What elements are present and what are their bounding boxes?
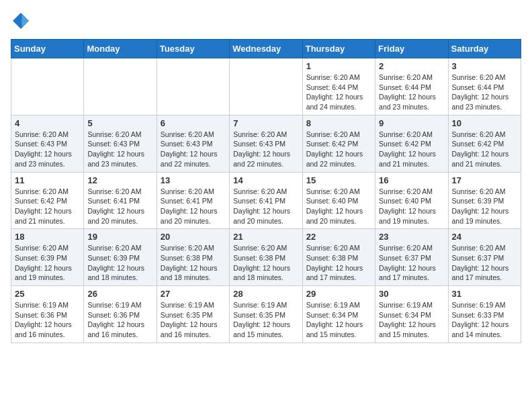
calendar-week-row: 4Sunrise: 6:20 AM Sunset: 6:43 PM Daylig… — [11, 115, 521, 172]
calendar-cell: 5Sunrise: 6:20 AM Sunset: 6:43 PM Daylig… — [84, 115, 157, 172]
day-number: 1 — [306, 61, 371, 71]
day-number: 13 — [161, 175, 226, 185]
day-number: 29 — [306, 289, 371, 299]
day-number: 20 — [161, 232, 226, 242]
calendar-cell: 9Sunrise: 6:20 AM Sunset: 6:42 PM Daylig… — [375, 115, 448, 172]
day-number: 30 — [379, 289, 444, 299]
calendar-cell — [157, 58, 229, 116]
day-info: Sunrise: 6:20 AM Sunset: 6:44 PM Dayligh… — [306, 73, 371, 112]
calendar-cell: 11Sunrise: 6:20 AM Sunset: 6:42 PM Dayli… — [11, 172, 84, 229]
day-info: Sunrise: 6:19 AM Sunset: 6:35 PM Dayligh… — [161, 300, 226, 340]
calendar-cell: 15Sunrise: 6:20 AM Sunset: 6:40 PM Dayli… — [302, 172, 375, 229]
weekday-header-saturday: Saturday — [448, 40, 521, 58]
calendar-cell — [84, 58, 157, 116]
calendar-cell: 23Sunrise: 6:20 AM Sunset: 6:37 PM Dayli… — [375, 229, 448, 286]
day-info: Sunrise: 6:20 AM Sunset: 6:39 PM Dayligh… — [15, 243, 80, 283]
day-info: Sunrise: 6:20 AM Sunset: 6:38 PM Dayligh… — [233, 243, 298, 283]
day-number: 26 — [87, 289, 152, 299]
day-info: Sunrise: 6:19 AM Sunset: 6:33 PM Dayligh… — [452, 300, 517, 340]
day-info: Sunrise: 6:20 AM Sunset: 6:39 PM Dayligh… — [87, 243, 152, 283]
day-number: 17 — [452, 175, 517, 185]
day-info: Sunrise: 6:19 AM Sunset: 6:34 PM Dayligh… — [379, 300, 444, 340]
day-number: 18 — [15, 232, 80, 242]
day-info: Sunrise: 6:20 AM Sunset: 6:43 PM Dayligh… — [233, 130, 298, 169]
day-info: Sunrise: 6:20 AM Sunset: 6:40 PM Dayligh… — [306, 187, 371, 226]
day-info: Sunrise: 6:20 AM Sunset: 6:37 PM Dayligh… — [452, 243, 517, 283]
calendar-cell: 17Sunrise: 6:20 AM Sunset: 6:39 PM Dayli… — [448, 172, 521, 229]
day-info: Sunrise: 6:20 AM Sunset: 6:43 PM Dayligh… — [15, 130, 80, 169]
calendar-cell: 22Sunrise: 6:20 AM Sunset: 6:38 PM Dayli… — [302, 229, 375, 286]
calendar-week-row: 1Sunrise: 6:20 AM Sunset: 6:44 PM Daylig… — [11, 58, 521, 116]
day-number: 24 — [452, 232, 517, 242]
day-number: 11 — [15, 175, 80, 185]
day-number: 2 — [379, 61, 444, 71]
calendar-cell: 12Sunrise: 6:20 AM Sunset: 6:41 PM Dayli… — [84, 172, 157, 229]
calendar-cell: 28Sunrise: 6:19 AM Sunset: 6:35 PM Dayli… — [230, 286, 302, 343]
weekday-header-tuesday: Tuesday — [157, 40, 229, 58]
day-info: Sunrise: 6:20 AM Sunset: 6:44 PM Dayligh… — [452, 73, 517, 112]
day-number: 10 — [452, 118, 517, 128]
day-info: Sunrise: 6:20 AM Sunset: 6:43 PM Dayligh… — [161, 130, 226, 169]
day-info: Sunrise: 6:20 AM Sunset: 6:41 PM Dayligh… — [161, 187, 226, 226]
day-info: Sunrise: 6:19 AM Sunset: 6:36 PM Dayligh… — [87, 300, 152, 340]
calendar-cell: 10Sunrise: 6:20 AM Sunset: 6:42 PM Dayli… — [448, 115, 521, 172]
day-info: Sunrise: 6:20 AM Sunset: 6:38 PM Dayligh… — [306, 243, 371, 283]
day-number: 28 — [233, 289, 298, 299]
day-info: Sunrise: 6:20 AM Sunset: 6:41 PM Dayligh… — [87, 187, 152, 226]
calendar-cell: 20Sunrise: 6:20 AM Sunset: 6:38 PM Dayli… — [157, 229, 229, 286]
day-number: 23 — [379, 232, 444, 242]
calendar-cell: 30Sunrise: 6:19 AM Sunset: 6:34 PM Dayli… — [375, 286, 448, 343]
day-info: Sunrise: 6:20 AM Sunset: 6:44 PM Dayligh… — [379, 73, 444, 112]
calendar-cell: 1Sunrise: 6:20 AM Sunset: 6:44 PM Daylig… — [302, 58, 375, 116]
calendar-cell: 7Sunrise: 6:20 AM Sunset: 6:43 PM Daylig… — [230, 115, 302, 172]
calendar-cell: 3Sunrise: 6:20 AM Sunset: 6:44 PM Daylig… — [448, 58, 521, 116]
calendar-cell: 13Sunrise: 6:20 AM Sunset: 6:41 PM Dayli… — [157, 172, 229, 229]
day-info: Sunrise: 6:20 AM Sunset: 6:39 PM Dayligh… — [452, 187, 517, 226]
day-info: Sunrise: 6:20 AM Sunset: 6:42 PM Dayligh… — [15, 187, 80, 226]
calendar-cell: 18Sunrise: 6:20 AM Sunset: 6:39 PM Dayli… — [11, 229, 84, 286]
weekday-header-sunday: Sunday — [11, 40, 84, 58]
day-number: 15 — [306, 175, 371, 185]
weekday-header-monday: Monday — [84, 40, 157, 58]
calendar-cell: 8Sunrise: 6:20 AM Sunset: 6:42 PM Daylig… — [302, 115, 375, 172]
day-info: Sunrise: 6:20 AM Sunset: 6:43 PM Dayligh… — [87, 130, 152, 169]
calendar-cell: 25Sunrise: 6:19 AM Sunset: 6:36 PM Dayli… — [11, 286, 84, 343]
calendar-week-row: 11Sunrise: 6:20 AM Sunset: 6:42 PM Dayli… — [11, 172, 521, 229]
calendar-cell: 26Sunrise: 6:19 AM Sunset: 6:36 PM Dayli… — [84, 286, 157, 343]
calendar-week-row: 18Sunrise: 6:20 AM Sunset: 6:39 PM Dayli… — [11, 229, 521, 286]
day-info: Sunrise: 6:20 AM Sunset: 6:41 PM Dayligh… — [233, 187, 298, 226]
page-header — [11, 11, 521, 31]
weekday-header-friday: Friday — [375, 40, 448, 58]
calendar-cell — [230, 58, 302, 116]
day-info: Sunrise: 6:20 AM Sunset: 6:40 PM Dayligh… — [379, 187, 444, 226]
day-info: Sunrise: 6:20 AM Sunset: 6:37 PM Dayligh… — [379, 243, 444, 283]
day-info: Sunrise: 6:19 AM Sunset: 6:36 PM Dayligh… — [15, 300, 80, 340]
calendar-cell: 19Sunrise: 6:20 AM Sunset: 6:39 PM Dayli… — [84, 229, 157, 286]
day-number: 27 — [161, 289, 226, 299]
day-info: Sunrise: 6:20 AM Sunset: 6:42 PM Dayligh… — [379, 130, 444, 169]
calendar-cell: 29Sunrise: 6:19 AM Sunset: 6:34 PM Dayli… — [302, 286, 375, 343]
calendar-cell — [11, 58, 84, 116]
day-info: Sunrise: 6:19 AM Sunset: 6:35 PM Dayligh… — [233, 300, 298, 340]
day-number: 9 — [379, 118, 444, 128]
day-info: Sunrise: 6:20 AM Sunset: 6:42 PM Dayligh… — [452, 130, 517, 169]
day-number: 21 — [233, 232, 298, 242]
day-number: 7 — [233, 118, 298, 128]
day-number: 12 — [87, 175, 152, 185]
logo — [11, 11, 34, 31]
day-number: 25 — [15, 289, 80, 299]
calendar-cell: 4Sunrise: 6:20 AM Sunset: 6:43 PM Daylig… — [11, 115, 84, 172]
calendar-cell: 6Sunrise: 6:20 AM Sunset: 6:43 PM Daylig… — [157, 115, 229, 172]
calendar-cell: 31Sunrise: 6:19 AM Sunset: 6:33 PM Dayli… — [448, 286, 521, 343]
svg-marker-1 — [22, 15, 30, 27]
day-number: 19 — [87, 232, 152, 242]
calendar-cell: 24Sunrise: 6:20 AM Sunset: 6:37 PM Dayli… — [448, 229, 521, 286]
day-info: Sunrise: 6:19 AM Sunset: 6:34 PM Dayligh… — [306, 300, 371, 340]
calendar-table: SundayMondayTuesdayWednesdayThursdayFrid… — [11, 39, 521, 343]
calendar-cell: 14Sunrise: 6:20 AM Sunset: 6:41 PM Dayli… — [230, 172, 302, 229]
day-number: 4 — [15, 118, 80, 128]
calendar-cell: 27Sunrise: 6:19 AM Sunset: 6:35 PM Dayli… — [157, 286, 229, 343]
calendar-header: SundayMondayTuesdayWednesdayThursdayFrid… — [11, 40, 521, 58]
day-info: Sunrise: 6:20 AM Sunset: 6:42 PM Dayligh… — [306, 130, 371, 169]
calendar-week-row: 25Sunrise: 6:19 AM Sunset: 6:36 PM Dayli… — [11, 286, 521, 343]
